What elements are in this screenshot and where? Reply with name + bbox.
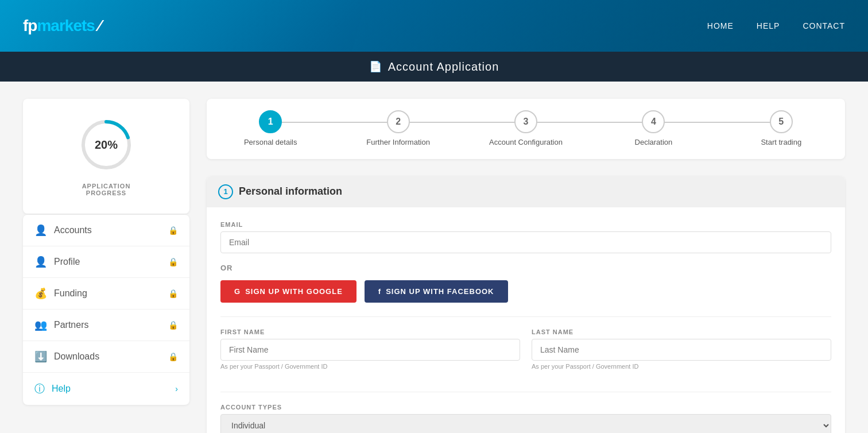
progress-percent: 20% bbox=[95, 138, 118, 152]
account-types-select[interactable]: Individual Corporate Joint bbox=[220, 414, 831, 433]
step-1: 1 Personal details bbox=[207, 110, 334, 148]
main-layout: 20% APPLICATIONPROGRESS 👤 Accounts 🔒 👤 P… bbox=[0, 82, 868, 433]
stepper: 1 Personal details 2 Further Information… bbox=[207, 99, 845, 159]
downloads-lock-icon: 🔒 bbox=[168, 352, 178, 361]
step-3-circle: 3 bbox=[514, 110, 537, 133]
step-5-circle: 5 bbox=[770, 110, 793, 133]
accounts-lock-icon: 🔒 bbox=[168, 226, 178, 235]
nav-home[interactable]: HOME bbox=[707, 21, 734, 30]
email-label: EMAIL bbox=[220, 221, 831, 228]
sidebar-label-help: Help bbox=[52, 384, 71, 394]
downloads-icon: ⬇️ bbox=[34, 350, 47, 363]
section-title: Personal information bbox=[239, 185, 342, 198]
or-divider: OR bbox=[220, 264, 831, 272]
step-4: 4 Declaration bbox=[590, 110, 717, 148]
progress-label: APPLICATIONPROGRESS bbox=[82, 183, 131, 196]
partners-icon: 👥 bbox=[34, 319, 47, 331]
form-divider bbox=[220, 316, 831, 317]
step-5-label: Start trading bbox=[761, 138, 801, 148]
sidebar-label-partners: Partners bbox=[54, 320, 88, 330]
social-buttons: G SIGN UP WITH GOOGLE f SIGN UP WITH FAC… bbox=[220, 280, 831, 303]
header: fpmarkets ∕ HOME HELP CONTACT bbox=[0, 0, 868, 52]
first-name-label: FIRST NAME bbox=[220, 328, 520, 335]
last-name-group: LAST NAME As per your Passport / Governm… bbox=[532, 328, 831, 370]
email-group: EMAIL bbox=[220, 221, 831, 253]
document-icon: 📄 bbox=[369, 60, 382, 73]
step-2-label: Further Information bbox=[366, 138, 430, 148]
account-types-group: ACCOUNT TYPES Individual Corporate Joint bbox=[220, 404, 831, 433]
partners-lock-icon: 🔒 bbox=[168, 320, 178, 330]
logo: fpmarkets ∕ bbox=[23, 17, 100, 35]
step-2-circle: 2 bbox=[387, 110, 410, 133]
page-title-bar: 📄 Account Application bbox=[0, 52, 868, 82]
nav-contact[interactable]: CONTACT bbox=[803, 21, 845, 30]
sidebar-item-partners[interactable]: 👥 Partners 🔒 bbox=[23, 310, 189, 341]
sidebar-label-downloads: Downloads bbox=[54, 351, 99, 362]
step-2: 2 Further Information bbox=[334, 110, 462, 148]
step-3: 3 Account Configuration bbox=[462, 110, 590, 148]
help-icon: ⓘ bbox=[34, 382, 45, 396]
step-3-label: Account Configuration bbox=[489, 138, 563, 148]
google-icon: G bbox=[234, 287, 241, 296]
sidebar-item-downloads[interactable]: ⬇️ Downloads 🔒 bbox=[23, 341, 189, 373]
name-fields: FIRST NAME As per your Passport / Govern… bbox=[220, 328, 831, 380]
accounts-icon: 👤 bbox=[34, 224, 47, 237]
personal-information-section: 1 Personal information EMAIL OR G SIGN U… bbox=[207, 176, 845, 433]
main-nav: HOME HELP CONTACT bbox=[707, 21, 845, 30]
help-chevron-icon: › bbox=[175, 384, 178, 393]
sidebar-label-funding: Funding bbox=[54, 288, 87, 299]
first-name-group: FIRST NAME As per your Passport / Govern… bbox=[220, 328, 520, 370]
facebook-signup-button[interactable]: f SIGN UP WITH FACEBOOK bbox=[365, 280, 508, 303]
funding-lock-icon: 🔒 bbox=[168, 289, 178, 298]
main-content: 1 Personal details 2 Further Information… bbox=[207, 99, 845, 433]
step-4-label: Declaration bbox=[635, 138, 673, 148]
last-name-label: LAST NAME bbox=[532, 328, 831, 335]
email-input[interactable] bbox=[220, 231, 831, 253]
sidebar-label-profile: Profile bbox=[54, 257, 80, 267]
facebook-icon: f bbox=[378, 287, 381, 296]
funding-icon: 💰 bbox=[34, 287, 47, 300]
account-types-label: ACCOUNT TYPES bbox=[220, 404, 831, 411]
section-number: 1 bbox=[218, 184, 233, 199]
nav-help[interactable]: HELP bbox=[757, 21, 780, 30]
form-body: EMAIL OR G SIGN UP WITH GOOGLE f SIGN UP… bbox=[207, 207, 845, 433]
step-5: 5 Start trading bbox=[718, 110, 845, 148]
progress-circle: 20% bbox=[78, 116, 135, 173]
profile-icon: 👤 bbox=[34, 256, 47, 268]
first-name-hint: As per your Passport / Government ID bbox=[220, 363, 520, 370]
form-divider-2 bbox=[220, 392, 831, 392]
sidebar-item-accounts[interactable]: 👤 Accounts 🔒 bbox=[23, 215, 189, 246]
section-header: 1 Personal information bbox=[207, 176, 845, 207]
last-name-hint: As per your Passport / Government ID bbox=[532, 363, 831, 370]
progress-card: 20% APPLICATIONPROGRESS bbox=[23, 99, 189, 214]
sidebar-item-help[interactable]: ⓘ Help › bbox=[23, 373, 189, 405]
sidebar-item-funding[interactable]: 💰 Funding 🔒 bbox=[23, 278, 189, 310]
step-4-circle: 4 bbox=[642, 110, 665, 133]
last-name-input[interactable] bbox=[532, 339, 831, 361]
step-1-circle: 1 bbox=[259, 110, 282, 133]
page-title: Account Application bbox=[388, 60, 499, 74]
step-1-label: Personal details bbox=[244, 138, 297, 148]
google-signup-button[interactable]: G SIGN UP WITH GOOGLE bbox=[220, 280, 356, 303]
profile-lock-icon: 🔒 bbox=[168, 257, 178, 266]
first-name-input[interactable] bbox=[220, 339, 520, 361]
sidebar-label-accounts: Accounts bbox=[54, 225, 92, 235]
sidebar-item-profile[interactable]: 👤 Profile 🔒 bbox=[23, 246, 189, 278]
sidebar: 20% APPLICATIONPROGRESS 👤 Accounts 🔒 👤 P… bbox=[23, 99, 189, 433]
sidebar-nav: 👤 Accounts 🔒 👤 Profile 🔒 💰 Funding 🔒 bbox=[23, 215, 189, 405]
